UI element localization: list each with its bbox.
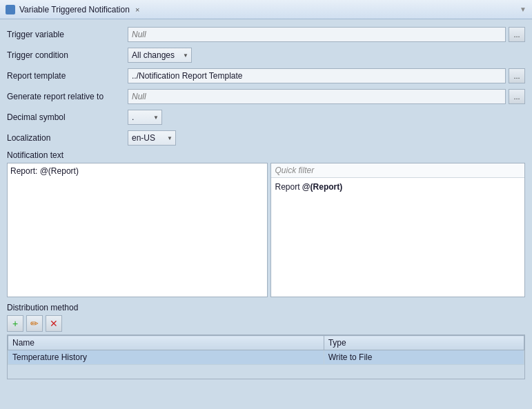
generate-relative-row: Generate report relative to ... <box>7 88 525 105</box>
column-header-name: Name <box>8 336 324 350</box>
localization-select-wrapper: en-US de-DE fr-FR <box>128 130 176 146</box>
notification-text-area: Report: @(Report) Quick filter Report @(… <box>7 163 525 297</box>
title-bar-left: Variable Triggered Notification × <box>6 5 141 14</box>
localization-row: Localization en-US de-DE fr-FR <box>7 130 525 146</box>
add-distribution-button[interactable]: + <box>7 315 23 332</box>
decimal-symbol-select[interactable]: . , <box>128 110 162 125</box>
plus-icon: + <box>12 318 18 329</box>
trigger-condition-label: Trigger condition <box>7 50 128 60</box>
distribution-table-header-row: Name Type <box>8 336 524 350</box>
trigger-condition-row: Trigger condition All changes Rising edg… <box>7 47 525 63</box>
generate-relative-control: ... <box>128 89 525 104</box>
column-header-type: Type <box>324 336 524 350</box>
notification-text-label: Notification text <box>7 150 525 160</box>
report-template-input[interactable] <box>128 68 506 83</box>
row-name: Temperature History <box>8 350 324 365</box>
decimal-symbol-control: . , <box>128 110 525 125</box>
generate-relative-input[interactable] <box>128 89 506 104</box>
localization-select[interactable]: en-US de-DE fr-FR <box>128 130 176 146</box>
window-title: Variable Triggered Notification <box>19 5 130 14</box>
distribution-table-wrapper: Name Type Temperature History Write to F… <box>7 335 525 379</box>
distribution-table-body: Temperature History Write to File <box>8 350 524 365</box>
report-template-browse-button[interactable]: ... <box>509 68 525 83</box>
notification-icon <box>6 5 15 14</box>
trigger-condition-select[interactable]: All changes Rising edge Falling edge On … <box>128 48 192 63</box>
report-template-label: Report template <box>7 71 128 81</box>
row-type: Write to File <box>324 350 524 365</box>
trigger-variable-input[interactable] <box>128 27 506 42</box>
trigger-condition-control: All changes Rising edge Falling edge On … <box>128 48 525 63</box>
report-template-row: Report template ... <box>7 68 525 84</box>
edit-distribution-button[interactable]: ✏ <box>26 315 43 332</box>
main-content: Trigger variable ... Trigger condition A… <box>0 19 532 409</box>
edit-icon: ✏ <box>30 318 39 329</box>
decimal-symbol-label: Decimal symbol <box>7 112 128 122</box>
distribution-method-label: Distribution method <box>7 303 525 312</box>
distribution-toolbar: + ✏ ✕ <box>7 315 525 332</box>
decimal-symbol-select-wrapper: . , <box>128 110 162 125</box>
localization-label: Localization <box>7 133 128 143</box>
close-tab-button[interactable]: × <box>134 6 141 14</box>
browse-icon: ... <box>513 92 520 101</box>
distribution-table: Name Type Temperature History Write to F… <box>8 335 524 365</box>
table-row[interactable]: Temperature History Write to File <box>8 350 524 365</box>
generate-relative-browse-button[interactable]: ... <box>509 89 525 104</box>
trigger-variable-browse-button[interactable]: ... <box>509 27 525 42</box>
generate-relative-label: Generate report relative to <box>7 92 128 101</box>
localization-control: en-US de-DE fr-FR <box>128 130 525 146</box>
quick-filter-item[interactable]: Report @(Report) <box>275 182 343 192</box>
distribution-table-head: Name Type <box>8 336 524 350</box>
trigger-condition-select-wrapper: All changes Rising edge Falling edge On … <box>128 48 192 63</box>
browse-icon: ... <box>513 72 520 80</box>
delete-distribution-button[interactable]: ✕ <box>46 315 62 332</box>
expand-icon: ▼ <box>520 6 526 13</box>
quick-filter-header[interactable]: Quick filter <box>271 163 525 178</box>
delete-icon: ✕ <box>50 318 58 329</box>
report-template-control: ... <box>128 68 525 83</box>
notification-text-editor[interactable]: Report: @(Report) <box>7 163 268 297</box>
trigger-variable-row: Trigger variable ... <box>7 26 525 43</box>
decimal-symbol-row: Decimal symbol . , <box>7 109 525 126</box>
quick-filter-content: Report @(Report) <box>271 178 525 196</box>
title-bar: Variable Triggered Notification × ▼ <box>0 0 532 19</box>
trigger-variable-control: ... <box>128 27 525 42</box>
trigger-variable-label: Trigger variable <box>7 30 128 39</box>
quick-filter-token: @(Report) <box>302 182 342 192</box>
browse-icon: ... <box>513 30 520 39</box>
quick-filter-panel: Quick filter Report @(Report) <box>270 163 526 297</box>
